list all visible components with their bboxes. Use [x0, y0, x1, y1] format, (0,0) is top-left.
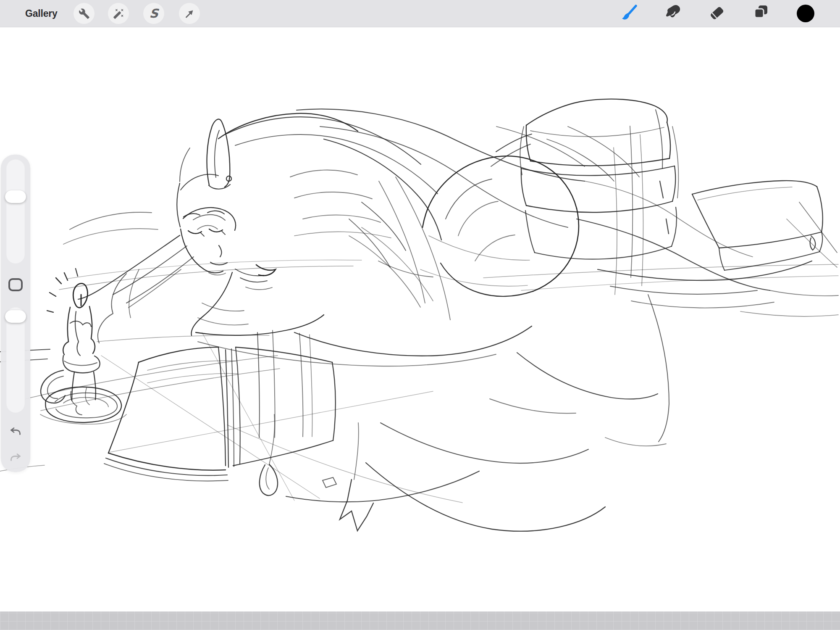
- brush-size-slider[interactable]: [6, 159, 25, 264]
- drawing-canvas[interactable]: [0, 27, 840, 612]
- transform-button[interactable]: [179, 3, 200, 24]
- actions-button[interactable]: [74, 3, 94, 24]
- opacity-thumb[interactable]: [5, 310, 26, 323]
- brush-icon: [619, 3, 638, 24]
- selection-button[interactable]: S: [143, 3, 164, 24]
- gallery-button[interactable]: Gallery: [25, 0, 58, 27]
- brush-size-thumb[interactable]: [5, 190, 26, 203]
- opacity-slider[interactable]: [6, 307, 25, 413]
- layers-icon: [752, 3, 770, 24]
- wrench-icon: [79, 8, 90, 19]
- transform-arrow-icon: [184, 8, 195, 19]
- smudge-tool-button[interactable]: [662, 0, 685, 27]
- modify-button[interactable]: [8, 278, 23, 291]
- color-swatch-icon: [797, 5, 814, 22]
- top-toolbar: Gallery S: [0, 0, 840, 27]
- undo-button[interactable]: [9, 426, 22, 436]
- eraser-icon: [708, 3, 726, 24]
- adjustments-button[interactable]: [108, 3, 129, 24]
- brush-sidebar: [1, 155, 30, 472]
- smudge-icon: [664, 3, 682, 24]
- magic-wand-icon: [113, 8, 124, 19]
- redo-icon: [9, 456, 22, 464]
- undo-icon: [9, 430, 22, 438]
- canvas-outside-area: [0, 612, 840, 630]
- paint-tool-button[interactable]: [617, 0, 640, 27]
- layers-button[interactable]: [749, 0, 773, 27]
- erase-tool-button[interactable]: [705, 0, 729, 27]
- redo-button[interactable]: [9, 452, 22, 462]
- selection-s-icon: S: [149, 8, 159, 20]
- color-button[interactable]: [794, 0, 817, 27]
